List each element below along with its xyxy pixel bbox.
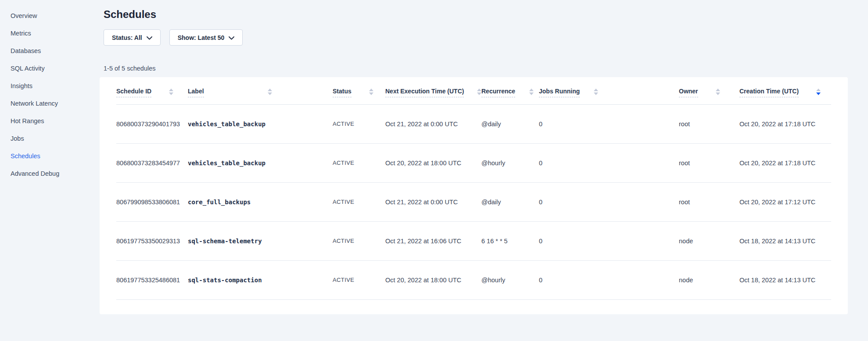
chevron-down-icon <box>147 36 152 40</box>
sort-desc-icon <box>169 92 173 95</box>
table-header-row: Schedule ID Label Status Next Execution … <box>116 77 831 104</box>
sort-asc-icon <box>816 89 821 91</box>
next-execution-cell: Oct 20, 2022 at 18:00 UTC <box>385 260 481 299</box>
sidebar-nav: Overview Metrics Databases SQL Activity … <box>0 0 92 341</box>
next-execution-cell: Oct 21, 2022 at 0:00 UTC <box>385 104 481 143</box>
creation-time-cell: Oct 18, 2022 at 14:13 UTC <box>739 221 831 260</box>
label-cell: vehicles_table_backup <box>188 143 333 182</box>
sort-asc-icon <box>268 89 272 91</box>
column-header-recurrence[interactable]: Recurrence <box>481 77 539 104</box>
sidebar-item-network-latency[interactable]: Network Latency <box>11 95 92 112</box>
sidebar-item-metrics[interactable]: Metrics <box>11 25 92 42</box>
sort-icons <box>529 89 534 95</box>
column-header-label[interactable]: Label <box>188 77 333 104</box>
sort-icons <box>594 89 598 95</box>
label-cell: sql-stats-compaction <box>188 260 333 299</box>
sort-desc-icon <box>716 92 720 95</box>
owner-cell: root <box>679 182 739 221</box>
status-filter-label: Status: All <box>112 34 142 41</box>
schedule-id-cell: 806197753350029313 <box>116 221 188 260</box>
sort-desc-icon <box>816 92 821 95</box>
main-content: Schedules Status: All Show: Latest 50 1-… <box>100 0 848 314</box>
sidebar-item-schedules[interactable]: Schedules <box>11 147 92 165</box>
column-header-jobs-running[interactable]: Jobs Running <box>539 77 679 104</box>
table-row: 806800373290401793 vehicles_table_backup… <box>116 104 831 143</box>
page-title: Schedules <box>104 8 848 21</box>
owner-cell: root <box>679 104 739 143</box>
sort-asc-icon <box>529 89 534 91</box>
column-header-owner[interactable]: Owner <box>679 77 739 104</box>
schedule-id-cell: 806800373290401793 <box>116 104 188 143</box>
sort-desc-icon <box>268 92 272 95</box>
recurrence-cell: @hourly <box>481 260 539 299</box>
status-cell: ACTIVE <box>333 104 385 143</box>
result-count: 1-5 of 5 schedules <box>104 64 848 73</box>
schedules-table-card: Schedule ID Label Status Next Execution … <box>100 77 848 314</box>
status-filter-dropdown[interactable]: Status: All <box>104 29 161 46</box>
creation-time-cell: Oct 20, 2022 at 17:18 UTC <box>739 143 831 182</box>
table-row: 806197753350029313 sql-schema-telemetry … <box>116 221 831 260</box>
jobs-running-cell: 0 <box>539 260 679 299</box>
sort-desc-icon <box>529 92 534 95</box>
jobs-running-cell: 0 <box>539 182 679 221</box>
sort-icons <box>169 89 173 95</box>
sort-icons <box>268 89 272 95</box>
column-header-status[interactable]: Status <box>333 77 385 104</box>
show-filter-label: Show: Latest 50 <box>178 34 225 41</box>
sidebar-item-sql-activity[interactable]: SQL Activity <box>11 60 92 77</box>
sort-icons <box>716 89 720 95</box>
next-execution-cell: Oct 21, 2022 at 0:00 UTC <box>385 182 481 221</box>
table-row: 806800373283454977 vehicles_table_backup… <box>116 143 831 182</box>
recurrence-cell: @daily <box>481 182 539 221</box>
label-cell: core_full_backups <box>188 182 333 221</box>
sort-icons <box>816 89 821 95</box>
sort-asc-icon <box>169 89 173 91</box>
schedule-id-cell: 806800373283454977 <box>116 143 188 182</box>
recurrence-cell: 6 16 * * 5 <box>481 221 539 260</box>
creation-time-cell: Oct 20, 2022 at 17:18 UTC <box>739 104 831 143</box>
sort-icons <box>477 89 481 95</box>
label-cell: sql-schema-telemetry <box>188 221 333 260</box>
schedule-id-cell: 806799098533806081 <box>116 182 188 221</box>
sort-desc-icon <box>477 92 481 95</box>
status-cell: ACTIVE <box>333 143 385 182</box>
owner-cell: node <box>679 260 739 299</box>
recurrence-cell: @hourly <box>481 143 539 182</box>
sidebar-item-jobs[interactable]: Jobs <box>11 130 92 147</box>
creation-time-cell: Oct 18, 2022 at 14:13 UTC <box>739 260 831 299</box>
filter-bar: Status: All Show: Latest 50 <box>104 29 848 46</box>
sort-asc-icon <box>369 89 373 91</box>
jobs-running-cell: 0 <box>539 143 679 182</box>
sort-desc-icon <box>594 92 598 95</box>
chevron-down-icon <box>229 36 234 40</box>
status-cell: ACTIVE <box>333 221 385 260</box>
column-header-next-execution-time[interactable]: Next Execution Time (UTC) <box>385 77 481 104</box>
table-row: 806799098533806081 core_full_backups ACT… <box>116 182 831 221</box>
sort-asc-icon <box>716 89 720 91</box>
owner-cell: root <box>679 143 739 182</box>
next-execution-cell: Oct 21, 2022 at 16:06 UTC <box>385 221 481 260</box>
status-cell: ACTIVE <box>333 260 385 299</box>
sort-icons <box>369 89 373 95</box>
schedule-id-cell: 806197753325486081 <box>116 260 188 299</box>
sidebar-item-hot-ranges[interactable]: Hot Ranges <box>11 112 92 130</box>
recurrence-cell: @daily <box>481 104 539 143</box>
sidebar-item-overview[interactable]: Overview <box>11 7 92 25</box>
sidebar-item-advanced-debug[interactable]: Advanced Debug <box>11 165 92 182</box>
sort-asc-icon <box>594 89 598 91</box>
table-row: 806197753325486081 sql-stats-compaction … <box>116 260 831 299</box>
owner-cell: node <box>679 221 739 260</box>
show-filter-dropdown[interactable]: Show: Latest 50 <box>169 29 243 46</box>
next-execution-cell: Oct 20, 2022 at 18:00 UTC <box>385 143 481 182</box>
column-header-creation-time[interactable]: Creation Time (UTC) <box>739 77 831 104</box>
creation-time-cell: Oct 20, 2022 at 17:12 UTC <box>739 182 831 221</box>
status-cell: ACTIVE <box>333 182 385 221</box>
sort-asc-icon <box>477 89 481 91</box>
jobs-running-cell: 0 <box>539 221 679 260</box>
sidebar-item-databases[interactable]: Databases <box>11 42 92 60</box>
jobs-running-cell: 0 <box>539 104 679 143</box>
schedules-table: Schedule ID Label Status Next Execution … <box>116 77 831 300</box>
column-header-schedule-id[interactable]: Schedule ID <box>116 77 188 104</box>
sidebar-item-insights[interactable]: Insights <box>11 77 92 95</box>
sort-desc-icon <box>369 92 373 95</box>
